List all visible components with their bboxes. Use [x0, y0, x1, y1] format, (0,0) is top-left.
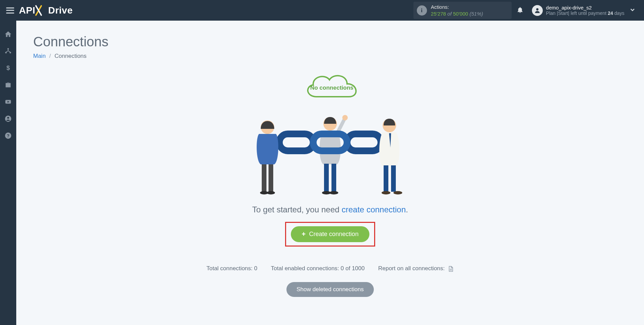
- logo[interactable]: API Drive: [19, 5, 73, 16]
- actions-label: Actions:: [431, 4, 483, 10]
- svg-rect-12: [262, 164, 266, 191]
- svg-point-17: [342, 115, 348, 120]
- chevron-down-icon[interactable]: [629, 6, 636, 15]
- create-connection-link[interactable]: create connection: [342, 205, 406, 214]
- profile-icon[interactable]: [4, 115, 12, 123]
- start-text: To get started, you need create connecti…: [252, 205, 408, 214]
- account-name: demo_apix-drive_s2: [546, 5, 624, 10]
- actions-box[interactable]: i Actions: 25'278 of 50'000 (51%): [413, 2, 512, 19]
- actions-pct: (51%): [470, 11, 483, 17]
- svg-point-15: [267, 191, 275, 194]
- actions-of: of: [447, 11, 452, 17]
- person-left-icon: [249, 117, 286, 195]
- info-icon: i: [417, 5, 427, 16]
- svg-text:?: ?: [7, 133, 9, 138]
- home-icon[interactable]: [4, 30, 12, 38]
- svg-point-26: [393, 191, 402, 194]
- breadcrumb-home[interactable]: Main: [33, 53, 46, 59]
- video-icon[interactable]: [4, 98, 12, 106]
- svg-point-0: [536, 8, 538, 10]
- briefcase-icon[interactable]: [4, 81, 12, 89]
- bell-icon[interactable]: [516, 6, 524, 15]
- svg-point-1: [7, 48, 9, 50]
- avatar-icon: [532, 5, 543, 16]
- highlight-box: + Create connection: [285, 222, 375, 247]
- sidebar: $ ?: [0, 21, 16, 325]
- cloud-text: No connections: [300, 85, 364, 91]
- person-right-icon: [371, 114, 411, 195]
- actions-total: 50'000: [453, 11, 468, 17]
- topbar: API Drive i Actions: 25'278 of 50'000 (5…: [0, 0, 644, 21]
- svg-rect-13: [269, 164, 273, 191]
- plus-icon: +: [302, 230, 306, 238]
- svg-point-8: [7, 117, 9, 119]
- connections-icon[interactable]: [4, 47, 12, 55]
- help-icon[interactable]: ?: [4, 132, 12, 140]
- total-connections: Total connections: 0: [207, 265, 257, 272]
- actions-used: 25'278: [431, 11, 446, 17]
- svg-point-21: [329, 191, 338, 194]
- svg-rect-19: [331, 164, 336, 191]
- stats-row: Total connections: 0 Total enabled conne…: [33, 265, 627, 272]
- svg-point-25: [382, 191, 390, 194]
- breadcrumb: Main / Connections: [33, 53, 627, 60]
- svg-rect-24: [391, 165, 396, 192]
- main-content: Connections Main / Connections No connec…: [16, 21, 644, 325]
- page-title: Connections: [33, 34, 627, 49]
- empty-state: No connections: [33, 70, 627, 297]
- breadcrumb-current: Connections: [55, 53, 87, 59]
- enabled-connections: Total enabled connections: 0 of 1000: [271, 265, 365, 272]
- document-icon: [448, 266, 454, 272]
- create-connection-button[interactable]: + Create connection: [291, 226, 369, 242]
- menu-toggle[interactable]: [6, 7, 14, 14]
- svg-rect-23: [384, 165, 388, 192]
- billing-icon[interactable]: $: [4, 64, 12, 72]
- show-deleted-button[interactable]: Show deleted connections: [286, 282, 374, 297]
- report-connections[interactable]: Report on all connections:: [378, 265, 454, 272]
- svg-text:$: $: [6, 64, 10, 71]
- account-plan: Plan |Start| left until payment 24 days: [546, 10, 624, 16]
- account-menu[interactable]: demo_apix-drive_s2 Plan |Start| left unt…: [532, 5, 624, 16]
- empty-illustration: No connections: [245, 70, 415, 195]
- svg-rect-18: [324, 164, 329, 191]
